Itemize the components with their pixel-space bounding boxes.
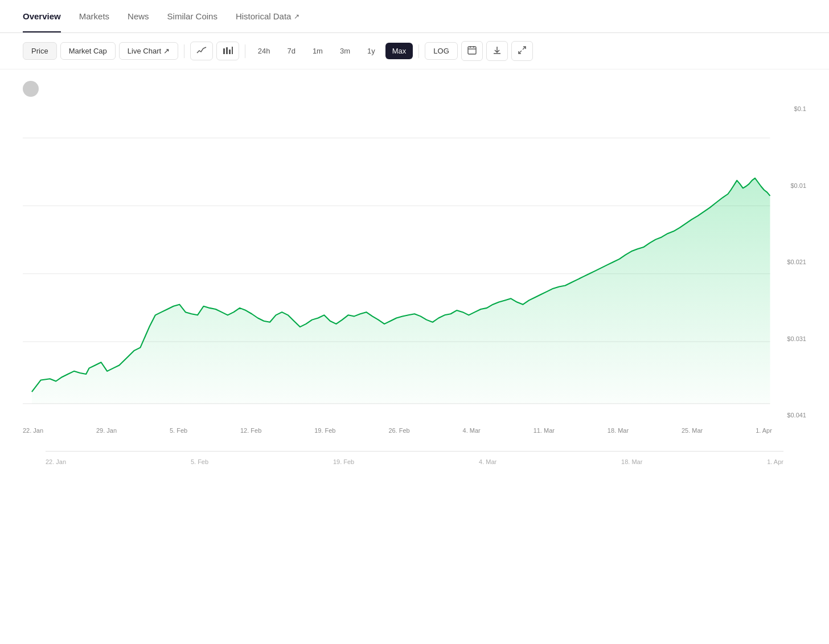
time-24h-button[interactable]: 24h xyxy=(251,43,277,59)
svg-rect-4 xyxy=(468,47,476,54)
svg-rect-0 xyxy=(223,48,225,54)
y-axis: $0.1 $0.01 $0.021 $0.031 $0.041 xyxy=(772,102,806,421)
x-label-1: 29. Jan xyxy=(96,427,117,434)
x-label-0: 22. Jan xyxy=(23,427,43,434)
bottom-label-1: 5. Feb xyxy=(191,458,208,465)
bar-chart-icon-button[interactable] xyxy=(216,42,239,60)
bottom-label-0: 22. Jan xyxy=(46,458,66,465)
bottom-label-4: 18. Mar xyxy=(621,458,642,465)
y-label-5: $0.041 xyxy=(772,412,806,419)
x-label-6: 4. Mar xyxy=(463,427,481,434)
download-button[interactable] xyxy=(486,41,508,61)
nav-tabs: Overview Markets News Similar Coins Hist… xyxy=(0,0,829,33)
price-chart-svg xyxy=(23,102,806,421)
external-link-icon: ↗ xyxy=(294,13,299,20)
expand-button[interactable] xyxy=(511,41,533,61)
x-label-3: 12. Feb xyxy=(240,427,261,434)
tab-markets[interactable]: Markets xyxy=(79,0,109,32)
market-cap-button[interactable]: Market Cap xyxy=(60,42,116,60)
tab-historical-data[interactable]: Historical Data ↗ xyxy=(236,0,300,32)
svg-rect-1 xyxy=(226,47,228,54)
calendar-button[interactable] xyxy=(461,41,483,61)
live-chart-button[interactable]: Live Chart ↗ xyxy=(119,42,178,60)
bottom-label-2: 19. Feb xyxy=(333,458,354,465)
chart-container: $0.1 $0.01 $0.021 $0.031 $0.041 22. Jan … xyxy=(0,69,829,472)
svg-rect-3 xyxy=(232,47,233,54)
svg-rect-2 xyxy=(229,50,231,54)
time-7d-button[interactable]: 7d xyxy=(280,43,302,59)
bottom-time-bar: 22. Jan 5. Feb 19. Feb 4. Mar 18. Mar 1.… xyxy=(46,451,783,472)
chart-controls: Price Market Cap Live Chart ↗ 24h 7d 1m … xyxy=(0,33,829,69)
log-button[interactable]: LOG xyxy=(425,42,457,60)
tab-overview[interactable]: Overview xyxy=(23,0,61,32)
tab-news[interactable]: News xyxy=(128,0,149,32)
y-label-3: $0.021 xyxy=(772,259,806,265)
time-1y-button[interactable]: 1y xyxy=(360,43,382,59)
x-label-4: 19. Feb xyxy=(314,427,335,434)
time-max-button[interactable]: Max xyxy=(385,43,413,59)
external-icon-live: ↗ xyxy=(163,47,170,55)
chart-indicator-circle xyxy=(23,81,39,97)
y-label-2: $0.01 xyxy=(772,182,806,189)
bottom-label-3: 4. Mar xyxy=(479,458,496,465)
x-label-9: 25. Mar xyxy=(682,427,703,434)
x-label-2: 5. Feb xyxy=(170,427,187,434)
chart-wrapper[interactable]: $0.1 $0.01 $0.021 $0.031 $0.041 xyxy=(23,102,806,421)
time-1m-button[interactable]: 1m xyxy=(306,43,330,59)
y-label-4: $0.031 xyxy=(772,335,806,342)
x-label-7: 11. Mar xyxy=(533,427,555,434)
time-3m-button[interactable]: 3m xyxy=(333,43,357,59)
separator-1 xyxy=(184,44,184,58)
x-label-5: 26. Feb xyxy=(388,427,409,434)
x-label-10: 1. Apr xyxy=(756,427,772,434)
line-chart-icon-button[interactable] xyxy=(190,42,213,60)
bottom-label-5: 1. Apr xyxy=(767,458,783,465)
y-label-1: $0.1 xyxy=(772,105,806,112)
separator-3 xyxy=(418,44,419,58)
tab-similar-coins[interactable]: Similar Coins xyxy=(167,0,217,32)
separator-2 xyxy=(245,44,245,58)
price-button[interactable]: Price xyxy=(23,42,57,60)
x-label-8: 18. Mar xyxy=(608,427,629,434)
x-axis: 22. Jan 29. Jan 5. Feb 12. Feb 19. Feb 2… xyxy=(23,421,772,434)
